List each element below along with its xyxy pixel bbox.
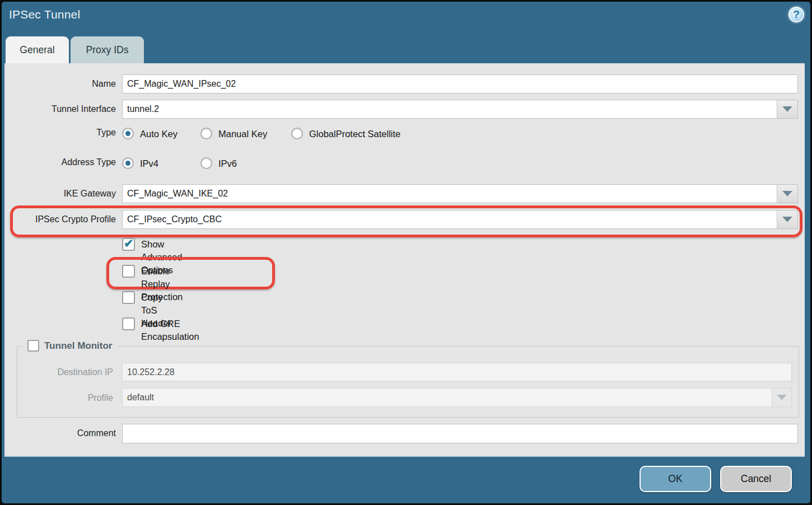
- radio-globalprotect-satellite-label: GlobalProtect Satellite: [309, 127, 400, 141]
- ok-button[interactable]: OK: [640, 466, 711, 492]
- chevron-down-icon: [782, 191, 792, 197]
- ipsec-crypto-profile-label: IPSec Crypto Profile: [4, 214, 116, 225]
- radio-ipv4[interactable]: [122, 157, 134, 169]
- ipsec-crypto-profile-dropdown[interactable]: [122, 210, 798, 229]
- ipsec-crypto-profile-value[interactable]: [123, 211, 777, 228]
- ipsec-tunnel-dialog: IPSec Tunnel ? General Proxy IDs Name Tu…: [0, 0, 812, 505]
- type-label: Type: [4, 128, 116, 138]
- tunnel-monitor-legend: Tunnel Monitor: [23, 340, 117, 352]
- tab-general[interactable]: General: [6, 36, 69, 63]
- copy-tos-header-checkbox[interactable]: [122, 291, 135, 304]
- ike-gateway-dropdown-button[interactable]: [777, 185, 797, 203]
- profile-dropdown: [122, 388, 792, 407]
- cancel-button[interactable]: Cancel: [720, 466, 792, 492]
- radio-ipv4-label: IPv4: [140, 157, 158, 170]
- ike-gateway-dropdown[interactable]: [122, 184, 798, 203]
- ok-button-label: OK: [668, 473, 682, 485]
- cancel-button-label: Cancel: [741, 473, 771, 485]
- tunnel-interface-label: Tunnel Interface: [4, 104, 116, 114]
- ike-gateway-label: IKE Gateway: [4, 189, 116, 199]
- tab-general-label: General: [20, 44, 54, 56]
- tab-proxy-ids[interactable]: Proxy IDs: [71, 36, 144, 63]
- address-type-radio-group: IPv4 IPv6: [122, 157, 402, 170]
- name-input[interactable]: [122, 74, 798, 93]
- profile-label: Profile: [4, 393, 113, 403]
- profile-value: [123, 389, 772, 406]
- type-radio-group: Auto Key Manual Key GlobalProtect Satell…: [122, 127, 514, 141]
- add-gre-encapsulation-checkbox[interactable]: [122, 317, 135, 330]
- name-label: Name: [4, 79, 116, 89]
- help-icon[interactable]: ?: [788, 7, 804, 22]
- tunnel-monitor-label: Tunnel Monitor: [44, 340, 113, 352]
- radio-auto-key-label: Auto Key: [140, 127, 178, 141]
- chevron-down-icon: [782, 217, 792, 222]
- destination-ip-label: Destination IP: [4, 367, 113, 377]
- tunnel-interface-dropdown-button[interactable]: [777, 100, 797, 118]
- profile-dropdown-button: [772, 389, 791, 406]
- radio-ipv6[interactable]: [200, 157, 212, 169]
- radio-manual-key[interactable]: [200, 128, 212, 139]
- dialog-title: IPSec Tunnel: [9, 8, 80, 21]
- add-gre-encapsulation-label: Add GRE Encapsulation: [141, 317, 199, 343]
- show-advanced-options-checkbox[interactable]: [122, 238, 135, 251]
- radio-ipv6-label: IPv6: [218, 157, 237, 170]
- radio-globalprotect-satellite[interactable]: [291, 128, 303, 139]
- tunnel-interface-value[interactable]: [123, 100, 777, 118]
- comment-input[interactable]: [122, 424, 798, 443]
- tab-proxy-ids-label: Proxy IDs: [86, 44, 129, 56]
- destination-ip-input: [122, 363, 792, 381]
- comment-label: Comment: [4, 428, 116, 438]
- enable-replay-protection-checkbox[interactable]: [122, 265, 135, 278]
- ipsec-crypto-profile-dropdown-button[interactable]: [777, 211, 797, 228]
- radio-manual-key-label: Manual Key: [218, 127, 267, 141]
- tunnel-monitor-checkbox[interactable]: [27, 340, 39, 352]
- ike-gateway-value[interactable]: [123, 185, 777, 203]
- chevron-down-icon: [777, 395, 787, 400]
- chevron-down-icon: [782, 106, 792, 112]
- general-tab-panel: Name Tunnel Interface Type Auto Key Manu…: [4, 63, 805, 457]
- address-type-label: Address Type: [4, 157, 116, 167]
- tunnel-interface-dropdown[interactable]: [122, 100, 798, 119]
- radio-auto-key[interactable]: [122, 128, 134, 139]
